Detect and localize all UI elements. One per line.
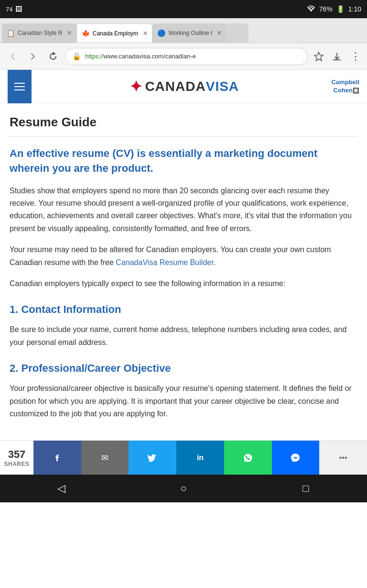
paragraph-3: Canadian employers typically expect to s… xyxy=(10,277,357,290)
time: 1:10 xyxy=(348,5,361,13)
tab-label-1: Canadian Style R xyxy=(18,30,62,36)
notification-icon: 74 xyxy=(6,6,12,13)
secure-lock-icon: 🔒 xyxy=(72,52,81,61)
main-content: Resume Guide An effective resume (CV) is… xyxy=(0,103,367,440)
recents-nav-button[interactable]: □ xyxy=(291,475,320,502)
url-domain: www.canadavisa.com/canadian-e xyxy=(104,53,196,60)
section2-text: Your professional/career objective is ba… xyxy=(10,382,357,420)
tab-bar: 📋 Canadian Style R × 🍁 Canada Employm × … xyxy=(0,18,367,43)
tab-close-2[interactable]: × xyxy=(143,29,147,38)
more-dots-icon: ••• xyxy=(339,454,347,462)
home-nav-button[interactable]: ○ xyxy=(169,475,198,502)
status-left: 74 🖼 xyxy=(6,5,22,13)
more-share-button[interactable]: ••• xyxy=(319,441,367,475)
image-icon: 🖼 xyxy=(15,5,22,13)
hamburger-icon xyxy=(14,83,25,90)
svg-point-0 xyxy=(311,11,312,11)
tab-working-outline[interactable]: 🔵 Working Outline t × xyxy=(152,23,226,43)
tab-favicon-3: 🔵 xyxy=(157,29,165,37)
battery-percentage: 76% xyxy=(319,5,333,13)
section2-heading: 2. Professional/Career Objective xyxy=(10,362,357,375)
share-number: 357 xyxy=(8,448,26,461)
back-nav-button[interactable]: ◁ xyxy=(47,475,76,502)
more-options-button[interactable]: ⋮ xyxy=(348,49,362,64)
bottom-nav: ◁ ○ □ xyxy=(0,475,367,502)
logo-canada-text: CANADA xyxy=(145,79,205,94)
site-header: ✦ CANADAVISA CampbellCohen🔲 xyxy=(0,70,367,103)
site-logo[interactable]: ✦ CANADAVISA xyxy=(37,78,331,96)
recents-square-icon: □ xyxy=(302,482,309,495)
resume-builder-link[interactable]: CanadaVisa Resume Builder xyxy=(116,258,213,266)
share-bar: 357 SHARES ✉ in xyxy=(0,440,367,475)
refresh-button[interactable] xyxy=(45,48,61,65)
download-button[interactable] xyxy=(330,49,344,64)
hamburger-menu-button[interactable] xyxy=(8,70,32,103)
tab-close-1[interactable]: × xyxy=(67,29,71,37)
bookmark-star-button[interactable] xyxy=(312,49,326,64)
section1-heading: 1. Contact Information xyxy=(10,303,357,316)
intro-heading: An effective resume (CV) is essentially … xyxy=(10,146,357,176)
logo-visa-text: VISA xyxy=(206,79,239,94)
tab-canada-employment[interactable]: 🍁 Canada Employm × xyxy=(76,23,153,43)
campbell-cohen-text: CampbellCohen🔲 xyxy=(331,78,359,95)
battery-icon: 🔋 xyxy=(336,5,345,13)
share-label: SHARES xyxy=(4,461,29,467)
maple-leaf-icon: ✦ xyxy=(130,78,143,96)
email-icon: ✉ xyxy=(101,453,108,463)
tab-new[interactable] xyxy=(227,23,248,43)
paragraph-2b-text: . xyxy=(214,258,216,266)
section1-text: Be sure to include your name, current ho… xyxy=(10,323,357,349)
forward-button[interactable] xyxy=(25,48,41,65)
tab-favicon-2: 🍁 xyxy=(82,30,90,37)
paragraph-1: Studies show that employers spend no mor… xyxy=(10,185,357,235)
tab-favicon-1: 📋 xyxy=(7,29,15,37)
back-button[interactable] xyxy=(5,48,21,65)
messenger-share-button[interactable] xyxy=(272,441,320,475)
email-share-button[interactable]: ✉ xyxy=(81,441,129,475)
campbell-cohen-logo[interactable]: CampbellCohen🔲 xyxy=(331,78,359,95)
linkedin-icon: in xyxy=(197,454,204,462)
status-right: 76% 🔋 1:10 xyxy=(307,5,361,13)
whatsapp-share-button[interactable] xyxy=(224,441,272,475)
tab-label-3: Working Outline t xyxy=(168,30,212,36)
home-circle-icon: ○ xyxy=(180,482,186,495)
share-count: 357 SHARES xyxy=(0,448,33,467)
status-bar: 74 🖼 76% 🔋 1:10 xyxy=(0,0,367,18)
url-bar[interactable]: 🔒 https://www.canadavisa.com/canadian-e xyxy=(65,48,308,65)
title-divider xyxy=(10,136,357,137)
svg-marker-1 xyxy=(314,52,323,61)
tab-label-2: Canada Employm xyxy=(93,30,138,37)
url-text: https://www.canadavisa.com/canadian-e xyxy=(85,53,301,60)
back-arrow-icon: ◁ xyxy=(57,482,65,495)
tab-close-3[interactable]: × xyxy=(217,29,221,37)
share-buttons: ✉ in ••• xyxy=(33,441,367,475)
wifi-icon xyxy=(307,5,315,13)
facebook-share-button[interactable] xyxy=(33,441,81,475)
twitter-share-button[interactable] xyxy=(129,441,176,475)
url-https: https:// xyxy=(85,53,104,60)
linkedin-share-button[interactable]: in xyxy=(176,441,224,475)
paragraph-2: Your resume may need to be altered for C… xyxy=(10,244,357,269)
address-bar: 🔒 https://www.canadavisa.com/canadian-e … xyxy=(0,43,367,70)
page-title: Resume Guide xyxy=(10,115,357,130)
tab-canadian-style[interactable]: 📋 Canadian Style R × xyxy=(2,23,76,43)
